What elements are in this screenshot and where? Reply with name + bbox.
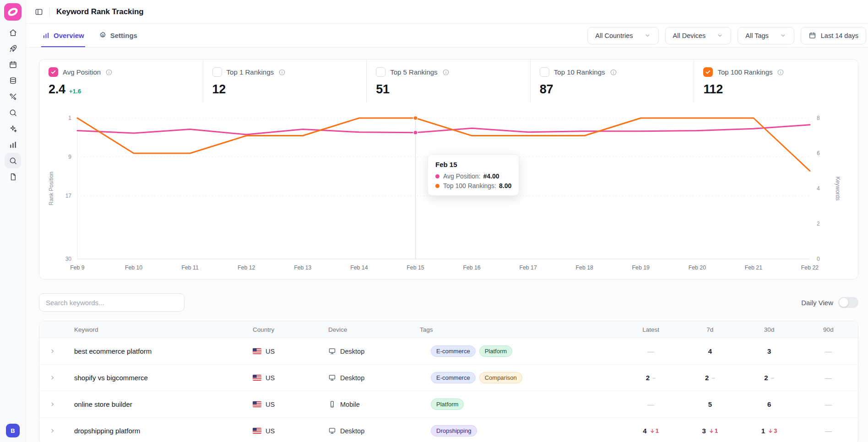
table-row[interactable]: dropshipping platformUSDesktopDropshippi… xyxy=(39,418,858,442)
metric-cell-d7: 2– xyxy=(680,374,739,382)
keyword-text: dropshipping platform xyxy=(65,427,140,435)
stat-checkbox[interactable] xyxy=(540,67,549,77)
stat-cards-row: Avg Position2.4+1.6Top 1 Rankings12Top 5… xyxy=(39,59,858,103)
search-icon xyxy=(9,108,17,117)
stat-value-row: 12 xyxy=(212,82,358,97)
metric-cell-d30: 2– xyxy=(740,374,799,382)
metric-cell-d90: — xyxy=(799,347,858,355)
column-header-d90: 90d xyxy=(799,326,858,333)
keywords-table: KeywordCountryDeviceTagsLatest7d30d90d b… xyxy=(39,321,858,442)
metric-cell-d90: — xyxy=(799,427,858,435)
device-cell: Desktop xyxy=(328,347,420,355)
filter-label: All Countries xyxy=(595,32,633,39)
metric-value: 2 xyxy=(764,374,768,382)
stat-value: 87 xyxy=(540,82,553,97)
user-avatar[interactable]: B xyxy=(6,424,20,437)
search-input[interactable] xyxy=(39,293,184,312)
metric-cell-latest: — xyxy=(621,400,680,408)
info-icon[interactable] xyxy=(278,69,286,76)
tab-settings[interactable]: Settings xyxy=(98,24,138,47)
expand-row-button[interactable] xyxy=(39,401,65,408)
sidebar-item-data[interactable] xyxy=(5,73,21,88)
table-row[interactable]: shopify vs bigcommerceUSDesktopE-commerc… xyxy=(39,365,858,391)
tag-pill: Comparison xyxy=(479,372,522,383)
country-label: US xyxy=(266,427,275,435)
metric-cell-latest: — xyxy=(621,347,680,355)
expand-row-button[interactable] xyxy=(39,374,65,381)
filter-label: All Tags xyxy=(745,32,769,39)
filter-tags[interactable]: All Tags xyxy=(738,27,794,44)
stat-checkbox[interactable] xyxy=(49,67,58,77)
sidebar-nav xyxy=(5,25,21,185)
sidebar-item-rank-tracking[interactable] xyxy=(5,153,21,168)
arrow-down-icon xyxy=(650,428,655,434)
change-flat-indicator: – xyxy=(771,374,774,381)
info-icon[interactable] xyxy=(105,69,113,76)
svg-text:1: 1 xyxy=(68,115,71,121)
metric-cell-d90: — xyxy=(799,374,858,382)
change-down-indicator: 1 xyxy=(709,427,718,434)
metric-value: 4 xyxy=(708,347,712,355)
keyword-cell: dropshipping platform xyxy=(65,427,253,435)
calendar-icon xyxy=(9,60,17,69)
tag-pill: Dropshipping xyxy=(431,425,477,437)
toggle-knob xyxy=(839,298,848,307)
sidebar-item-launch[interactable] xyxy=(5,41,21,56)
table-row[interactable]: best ecommerce platformUSDesktopE-commer… xyxy=(39,338,858,365)
svg-text:Feb 15: Feb 15 xyxy=(407,264,424,271)
stat-checkbox[interactable] xyxy=(703,67,713,77)
keyword-text: shopify vs bigcommerce xyxy=(65,374,148,382)
app-logo[interactable] xyxy=(4,3,22,21)
filter-countries[interactable]: All Countries xyxy=(587,27,658,44)
svg-text:8: 8 xyxy=(817,115,820,121)
tab-overview[interactable]: Overview xyxy=(41,24,85,47)
metric-value: — xyxy=(825,347,832,355)
stat-value: 2.4 xyxy=(49,82,65,97)
metric-value: 6 xyxy=(767,400,771,408)
device-label: Desktop xyxy=(340,348,364,355)
content: Avg Position2.4+1.6Top 1 Rankings12Top 5… xyxy=(26,48,868,442)
sidebar-item-analytics[interactable] xyxy=(5,137,21,152)
stat-checkbox[interactable] xyxy=(376,67,385,77)
sidebar-item-home[interactable] xyxy=(5,25,21,40)
expand-row-button[interactable] xyxy=(39,427,65,434)
metric-cell-d90: — xyxy=(799,400,858,408)
change-down-indicator: 3 xyxy=(768,427,777,434)
daily-view-label: Daily View xyxy=(801,299,833,307)
filter-date-range[interactable]: Last 14 days xyxy=(801,27,866,44)
filter-label: Last 14 days xyxy=(821,32,858,39)
daily-view-toggle[interactable] xyxy=(838,297,858,308)
stat-label: Top 100 Rankings xyxy=(717,68,772,76)
stat-change: +1.6 xyxy=(69,88,81,95)
column-header-device: Device xyxy=(328,326,420,333)
country-label: US xyxy=(266,348,275,355)
tooltip-rows: Avg Position:#4.00Top 100 Rankings:8.00 xyxy=(435,172,511,189)
stat-checkbox[interactable] xyxy=(212,67,222,77)
info-icon[interactable] xyxy=(610,69,617,76)
sidebar-item-search[interactable] xyxy=(5,105,21,120)
desktop-icon xyxy=(328,427,336,435)
sidebar-item-tools[interactable] xyxy=(5,89,21,104)
column-header-latest: Latest xyxy=(621,326,680,333)
home-icon xyxy=(9,28,17,37)
sidebar-item-reports[interactable] xyxy=(5,169,21,184)
info-icon[interactable] xyxy=(442,69,450,76)
info-icon[interactable] xyxy=(777,69,784,76)
svg-text:30: 30 xyxy=(65,256,72,262)
sidebar-item-ai[interactable] xyxy=(5,121,21,136)
tag-pill: E-commerce xyxy=(431,372,476,383)
svg-text:Feb 11: Feb 11 xyxy=(181,264,199,271)
sidebar-toggle-button[interactable] xyxy=(33,6,45,18)
metric-cell-d30: 3 xyxy=(740,347,799,355)
sidebar-item-calendar[interactable] xyxy=(5,57,21,72)
expand-row-button[interactable] xyxy=(39,348,65,355)
svg-text:Feb 18: Feb 18 xyxy=(576,264,593,271)
filter-devices[interactable]: All Devices xyxy=(665,27,732,44)
svg-text:17: 17 xyxy=(65,193,72,199)
sparkles-icon xyxy=(9,124,17,133)
tags-cell: E-commercePlatform xyxy=(420,345,621,357)
svg-text:Feb 17: Feb 17 xyxy=(519,264,537,271)
table-row[interactable]: online store builderUSMobilePlatform—56— xyxy=(39,391,858,418)
tooltip-row: Avg Position:#4.00 xyxy=(435,172,511,180)
svg-text:Feb 14: Feb 14 xyxy=(350,264,368,271)
